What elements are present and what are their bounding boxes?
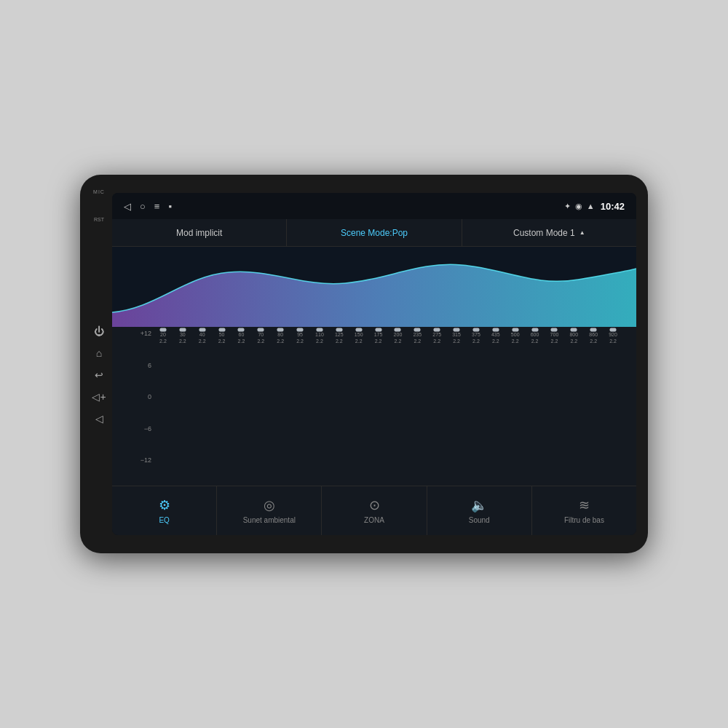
sound-label: Sound [469, 516, 490, 524]
slider-thumb-200[interactable] [395, 328, 401, 332]
nav-filtru[interactable]: ≋ Filtru de bas [532, 486, 636, 535]
slider-thumb-435[interactable] [492, 328, 499, 332]
slider-col-200[interactable]: 2002.2 [389, 330, 407, 344]
slider-col-95[interactable]: 952.2 [291, 330, 309, 344]
slider-col-70[interactable]: 702.2 [252, 330, 269, 344]
slider-col-315[interactable]: 3152.2 [448, 330, 465, 344]
slider-col-435[interactable]: 4352.2 [487, 330, 505, 344]
slider-label-125: 1252.2 [335, 331, 344, 344]
slider-col-125[interactable]: 1252.2 [331, 330, 348, 344]
back-nav-icon[interactable]: ◁ [124, 201, 131, 212]
slider-thumb-800[interactable] [571, 328, 577, 332]
device: MIC RST ⏻ ⌂ ↩ ◁+ ◁ ◁ ○ ≡ ▪ ✦ ◉ ▲ 10:42 [80, 175, 648, 553]
slider-col-860[interactable]: 8602.2 [585, 330, 602, 344]
slider-col-800[interactable]: 8002.2 [565, 330, 582, 344]
slider-col-375[interactable]: 3752.2 [467, 330, 485, 344]
slider-col-600[interactable]: 6002.2 [526, 330, 544, 344]
slider-label-235: 2352.2 [413, 331, 422, 344]
mode-custom[interactable]: Custom Mode 1 ▲ [462, 219, 636, 246]
status-left: ◁ ○ ≡ ▪ [124, 201, 172, 212]
power-icon[interactable]: ⏻ [94, 325, 104, 337]
slider-thumb-920[interactable] [610, 328, 617, 332]
slider-col-500[interactable]: 5002.2 [507, 330, 524, 344]
mode-scene[interactable]: Scene Mode:Pop [287, 219, 462, 246]
slider-col-110[interactable]: 1102.2 [311, 330, 328, 344]
slider-thumb-30[interactable] [179, 328, 186, 332]
slider-col-700[interactable]: 7002.2 [546, 330, 563, 344]
scale-6: 6 [134, 362, 154, 369]
slider-thumb-80[interactable] [277, 328, 284, 332]
home-side-icon[interactable]: ⌂ [96, 347, 102, 359]
status-bar: ◁ ○ ≡ ▪ ✦ ◉ ▲ 10:42 [112, 193, 636, 219]
scale-minus12: −12 [134, 456, 154, 464]
sunet-label: Sunet ambiental [243, 516, 296, 524]
slider-col-235[interactable]: 2352.2 [408, 330, 426, 344]
slider-col-30[interactable]: 302.2 [174, 330, 191, 344]
filtru-icon: ≋ [579, 497, 590, 513]
slider-thumb-315[interactable] [454, 328, 460, 332]
slider-thumb-600[interactable] [531, 328, 538, 332]
slider-thumb-40[interactable] [199, 328, 205, 332]
slider-thumb-275[interactable] [434, 328, 440, 332]
slider-col-175[interactable]: 1752.2 [370, 330, 387, 344]
zona-icon: ⊙ [369, 497, 380, 513]
nav-sound[interactable]: 🔈 Sound [427, 486, 532, 535]
bottom-nav: ⚙ EQ ◎ Sunet ambiental ⊙ ZONA 🔈 Sound ≋ … [112, 486, 636, 535]
slider-label-110: 1102.2 [315, 331, 324, 344]
eq-wave-svg [112, 247, 636, 327]
scale-plus12: +12 [134, 330, 154, 337]
status-right: ✦ ◉ ▲ 10:42 [564, 201, 625, 212]
vol-down-icon[interactable]: ◁ [95, 413, 103, 424]
mode-bar: Mod implicit Scene Mode:Pop Custom Mode … [112, 219, 636, 247]
status-icons: ✦ ◉ ▲ [564, 202, 595, 211]
slider-label-150: 1502.2 [355, 331, 363, 344]
slider-col-20[interactable]: 202.2 [154, 330, 172, 344]
slider-label-50: 502.2 [218, 331, 226, 344]
home-nav-icon[interactable]: ○ [140, 201, 146, 212]
slider-thumb-50[interactable] [218, 328, 225, 332]
slider-thumb-860[interactable] [590, 328, 597, 332]
screen: ◁ ○ ≡ ▪ ✦ ◉ ▲ 10:42 Mod implicit Scene M… [112, 193, 636, 535]
nav-eq[interactable]: ⚙ EQ [112, 486, 217, 535]
slider-col-40[interactable]: 402.2 [194, 330, 211, 344]
bluetooth-icon: ✦ [564, 202, 571, 211]
eq-icon: ⚙ [159, 497, 170, 513]
vol-up-icon[interactable]: ◁+ [92, 391, 106, 403]
back-side-icon[interactable]: ↩ [95, 369, 103, 381]
slider-col-60[interactable]: 602.2 [233, 330, 250, 344]
mic-label: MIC [93, 189, 105, 194]
slider-label-375: 3752.2 [472, 331, 480, 344]
slider-label-860: 8602.2 [589, 331, 598, 344]
slider-thumb-375[interactable] [472, 328, 479, 332]
slider-col-150[interactable]: 1502.2 [350, 330, 368, 344]
slider-thumb-700[interactable] [551, 328, 558, 332]
slider-label-800: 8002.2 [569, 331, 578, 344]
slider-col-50[interactable]: 502.2 [213, 330, 231, 344]
nav-zona[interactable]: ⊙ ZONA [322, 486, 427, 535]
eq-scale: +12 6 0 −6 −12 202.2302.2402.2502.2602.2… [112, 327, 636, 486]
slider-label-95: 952.2 [296, 331, 304, 344]
slider-thumb-175[interactable] [375, 328, 381, 332]
slider-thumb-500[interactable] [512, 328, 518, 332]
mode-implicit[interactable]: Mod implicit [112, 219, 287, 246]
slider-label-435: 4352.2 [491, 331, 500, 344]
slider-label-40: 402.2 [199, 331, 206, 344]
nav-sunet[interactable]: ◎ Sunet ambiental [217, 486, 322, 535]
recents-nav-icon[interactable]: ▪ [168, 201, 172, 212]
slider-col-80[interactable]: 802.2 [272, 330, 289, 344]
slider-thumb-125[interactable] [336, 328, 342, 332]
slider-thumb-235[interactable] [414, 328, 421, 332]
sunet-icon: ◎ [264, 497, 275, 513]
slider-thumb-110[interactable] [316, 328, 323, 332]
slider-thumb-70[interactable] [258, 328, 264, 332]
scale-minus6: −6 [134, 425, 154, 432]
slider-col-920[interactable]: 9202.2 [604, 330, 622, 344]
slider-thumb-20[interactable] [159, 328, 166, 332]
filtru-label: Filtru de bas [564, 516, 604, 524]
slider-col-275[interactable]: 2752.2 [428, 330, 446, 344]
slider-thumb-60[interactable] [238, 328, 245, 332]
slider-label-60: 602.2 [238, 331, 245, 344]
slider-thumb-150[interactable] [355, 328, 362, 332]
menu-nav-icon[interactable]: ≡ [154, 201, 160, 212]
slider-thumb-95[interactable] [297, 328, 304, 332]
